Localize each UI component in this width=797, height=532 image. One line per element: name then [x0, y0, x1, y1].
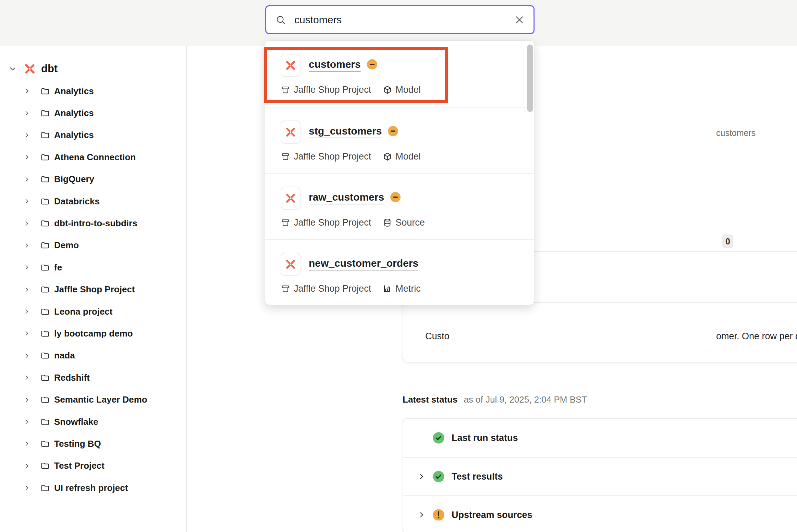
global-search: [265, 5, 535, 34]
tree-item[interactable]: Semantic Layer Demo: [0, 389, 186, 410]
chevron-right-icon[interactable]: [23, 374, 30, 381]
chevron-right-icon[interactable]: [23, 396, 30, 403]
tree-item[interactable]: Athena Connection: [0, 146, 186, 168]
tree-item-label: Analytics: [54, 108, 94, 118]
chevron-right-icon[interactable]: [23, 242, 30, 249]
tree-item-label: BigQuery: [54, 174, 94, 185]
tree-item[interactable]: Redshift: [0, 367, 186, 389]
tree-item[interactable]: Test Project: [0, 455, 186, 477]
chevron-right-icon[interactable]: [23, 352, 30, 359]
result-tile: [281, 253, 301, 276]
tree-item-label: Snowflake: [54, 417, 98, 427]
description-card: Custo omer. One row per customer.: [403, 302, 797, 363]
tree-item-label: Test Project: [54, 460, 105, 471]
folder-icon: [40, 241, 50, 250]
dropdown-scrollbar-thumb[interactable]: [527, 45, 533, 112]
chevron-right-icon[interactable]: [418, 511, 432, 519]
result-project: Jaffle Shop Project: [294, 217, 371, 228]
warning-icon: [432, 508, 445, 521]
tree-item[interactable]: Analytics: [0, 80, 186, 102]
chevron-right-icon[interactable]: [23, 308, 30, 315]
search-results-dropdown: customersJaffle Shop ProjectModelstg_cus…: [265, 41, 534, 305]
status-row-last-run: Last run status View run: [403, 419, 797, 457]
tree-item[interactable]: dbt-intro-to-subdirs: [0, 212, 186, 234]
chevron-down-icon[interactable]: [9, 65, 16, 73]
chevron-right-icon[interactable]: [23, 330, 30, 337]
folder-icon: [40, 87, 50, 96]
chevron-right-icon[interactable]: [23, 484, 30, 491]
chevron-right-icon[interactable]: [23, 154, 30, 161]
folder-icon: [40, 219, 50, 228]
tree-item[interactable]: ly bootcamp demo: [0, 322, 186, 344]
folder-icon: [40, 373, 50, 382]
tree-item[interactable]: UI refresh project: [0, 477, 186, 499]
folder-icon: [40, 130, 50, 140]
result-project: Jaffle Shop Project: [294, 151, 371, 162]
tree-item[interactable]: BigQuery: [0, 168, 186, 190]
chevron-right-icon[interactable]: [23, 110, 30, 117]
chevron-right-icon[interactable]: [23, 264, 30, 271]
tree-item[interactable]: Demo: [0, 235, 186, 256]
tree-item[interactable]: nada: [0, 345, 186, 367]
tree-item[interactable]: Leona project: [0, 301, 186, 322]
tree-item[interactable]: Databricks: [0, 190, 186, 212]
result-name-link[interactable]: raw_customers: [309, 191, 401, 203]
tree-item-label: fe: [54, 262, 62, 273]
result-name-link[interactable]: stg_customers: [309, 125, 399, 137]
chevron-right-icon[interactable]: [23, 220, 30, 227]
tree-item[interactable]: Analytics: [0, 124, 186, 146]
folder-icon: [40, 175, 50, 184]
status-row-test-results[interactable]: Test results: [403, 457, 797, 495]
tree-item[interactable]: Snowflake: [0, 411, 186, 433]
chevron-right-icon[interactable]: [23, 132, 30, 139]
tree-item[interactable]: Jaffle Shop Project: [0, 279, 186, 301]
search-result-item[interactable]: customersJaffle Shop ProjectModel: [265, 41, 534, 107]
result-name-link[interactable]: new_customer_orders: [309, 257, 418, 269]
tree-item[interactable]: Analytics: [0, 102, 186, 124]
tree-item-label: UI refresh project: [54, 483, 128, 493]
dbt-logo-icon: [284, 258, 297, 270]
search-result-item[interactable]: raw_customersJaffle Shop ProjectSource: [265, 173, 534, 239]
search-result-item[interactable]: stg_customersJaffle Shop ProjectModel: [265, 107, 534, 173]
metric-icon: [383, 284, 392, 293]
result-meta: Jaffle Shop ProjectMetric: [281, 283, 421, 294]
tree-item-dbt[interactable]: dbt: [0, 58, 186, 80]
status-row-upstream-sources[interactable]: Upstream sources: [403, 495, 797, 532]
tree-item[interactable]: Testing BQ: [0, 433, 186, 455]
result-tile: [281, 187, 301, 210]
tree-item-label: dbt: [41, 63, 58, 75]
status-row-label: Last run status: [452, 433, 518, 443]
success-icon: [432, 470, 445, 483]
tree-item-label: Databricks: [54, 196, 100, 207]
trust-signal-badge-icon: [390, 191, 401, 203]
chevron-right-icon[interactable]: [23, 176, 30, 183]
folder-icon: [40, 461, 50, 470]
chevron-right-icon[interactable]: [23, 440, 30, 447]
search-result-item[interactable]: new_customer_ordersJaffle Shop ProjectMe…: [265, 239, 534, 305]
chevron-right-icon[interactable]: [23, 198, 30, 205]
folder-icon: [40, 307, 50, 316]
tree-item-label: ly bootcamp demo: [54, 328, 133, 339]
chevron-right-icon[interactable]: [23, 418, 30, 425]
success-icon: [432, 431, 445, 444]
tree-item-label: Demo: [54, 240, 79, 251]
result-project: Jaffle Shop Project: [294, 283, 371, 294]
chevron-right-icon[interactable]: [23, 286, 30, 293]
tree-item-label: Testing BQ: [54, 439, 101, 449]
result-type: Model: [395, 85, 421, 95]
project-icon: [281, 85, 290, 95]
result-tile: [281, 121, 301, 144]
model-icon: [383, 152, 392, 161]
chevron-right-icon[interactable]: [23, 88, 30, 94]
result-name-link[interactable]: customers: [309, 59, 378, 70]
result-type: Model: [395, 151, 421, 162]
tree-item[interactable]: fe: [0, 256, 186, 278]
description-text-left: Custo: [425, 331, 450, 342]
folder-icon: [40, 483, 50, 493]
search-input[interactable]: [294, 14, 507, 26]
chevron-right-icon[interactable]: [23, 463, 30, 469]
source-icon: [383, 218, 392, 227]
chevron-right-icon[interactable]: [418, 473, 432, 480]
tree-item-label: Redshift: [54, 372, 90, 383]
clear-search-button[interactable]: [514, 15, 525, 25]
